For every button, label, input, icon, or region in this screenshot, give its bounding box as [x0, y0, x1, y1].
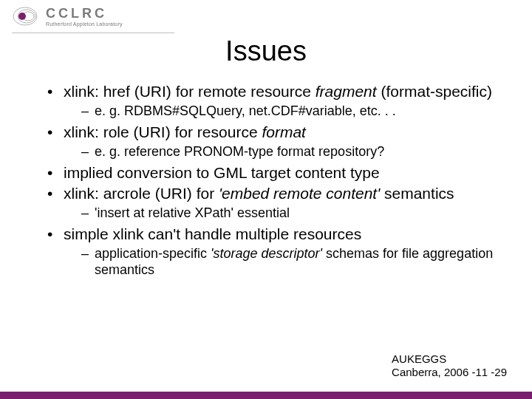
logo-mark-icon — [12, 6, 41, 27]
slide: CCLRC Rutherford Appleton Laboratory Iss… — [0, 0, 532, 399]
bullet-item: xlink: href (URI) for remote resource fr… — [47, 82, 499, 120]
bullet-list: xlink: href (URI) for remote resource fr… — [47, 82, 499, 279]
bullet-item: simple xlink can't handle multiple resou… — [47, 225, 499, 279]
logo-subtitle: Rutherford Appleton Laboratory — [46, 21, 123, 27]
bullet-text: implied conversion to GML target content… — [64, 164, 380, 181]
sub-item: e. g. RDBMS#SQLQuery, net.CDF#variable, … — [81, 103, 499, 120]
bullet-text: xlink: href (URI) for remote resource fr… — [64, 83, 492, 100]
accent-bar — [0, 392, 532, 399]
footer-line-1: AUKEGGS — [392, 352, 507, 366]
sub-list: e. g. RDBMS#SQLQuery, net.CDF#variable, … — [81, 103, 499, 120]
logo-text: CCLRC Rutherford Appleton Laboratory — [46, 7, 123, 27]
bullet-text: xlink: role (URI) for resource format — [64, 123, 306, 140]
slide-body: xlink: href (URI) for remote resource fr… — [0, 67, 532, 279]
sub-item: 'insert at relative XPath' essential — [81, 205, 499, 222]
bullet-text: xlink: arcrole (URI) for 'embed remote c… — [64, 185, 454, 202]
logo-divider — [12, 33, 174, 33]
bullet-item: xlink: arcrole (URI) for 'embed remote c… — [47, 184, 499, 222]
sub-list: e. g. reference PRONOM-type format repos… — [81, 143, 499, 160]
slide-footer: AUKEGGS Canberra, 2006 -11 -29 — [392, 352, 507, 381]
sub-list: application-specific 'storage descriptor… — [81, 245, 499, 279]
bullet-item: xlink: role (URI) for resource format e.… — [47, 123, 499, 160]
org-logo: CCLRC Rutherford Appleton Laboratory — [12, 6, 123, 27]
bullet-item: implied conversion to GML target content… — [47, 163, 499, 183]
sub-item: application-specific 'storage descriptor… — [81, 245, 499, 279]
footer-line-2: Canberra, 2006 -11 -29 — [392, 366, 507, 380]
sub-list: 'insert at relative XPath' essential — [81, 205, 499, 222]
sub-item: e. g. reference PRONOM-type format repos… — [81, 143, 499, 160]
logo-letters: CCLRC — [46, 7, 123, 20]
svg-point-3 — [18, 13, 26, 20]
bullet-text: simple xlink can't handle multiple resou… — [64, 225, 361, 242]
